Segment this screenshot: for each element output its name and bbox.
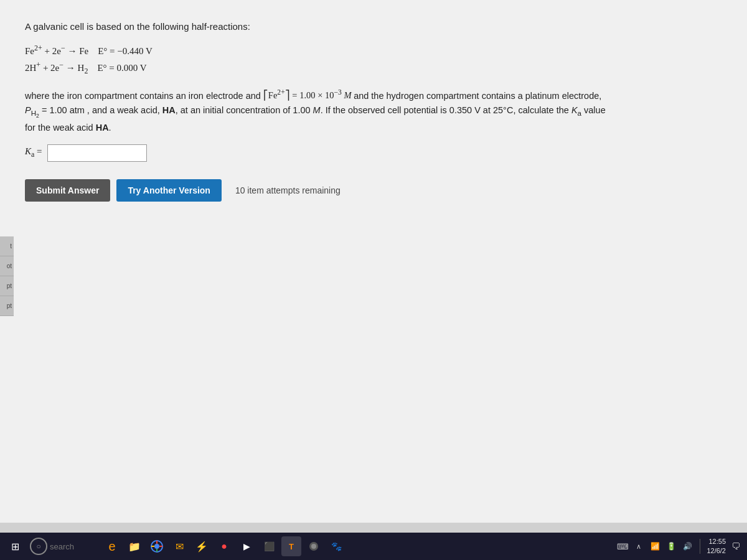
- taskbar-keyboard-icon[interactable]: ⌨: [616, 540, 629, 553]
- taskbar-network-icon[interactable]: 📶: [649, 540, 661, 553]
- left-tabs: t ot pt pt: [0, 236, 14, 316]
- left-tab-pt2: pt: [0, 296, 14, 316]
- problem-intro: A galvanic cell is based on the followin…: [25, 19, 722, 35]
- taskbar-right: ⌨ ∧ 📶 🔋 🔊 12:55 12/6/2 🗨: [616, 537, 742, 556]
- taskbar-icon-4[interactable]: ⬛: [259, 536, 279, 556]
- taskbar-icon-7[interactable]: 🐾: [326, 536, 346, 556]
- taskbar-edge-icon[interactable]: e: [102, 536, 122, 556]
- taskbar-files-icon[interactable]: 📁: [125, 536, 144, 556]
- reactions-block: Fe2+ + 2e− → Fe E° = −0.440 V 2H+ + 2e− …: [25, 44, 722, 76]
- taskbar-notification-icon[interactable]: 🗨: [730, 540, 742, 553]
- try-another-version-button[interactable]: Try Another Version: [116, 179, 222, 202]
- taskbar-icon-6[interactable]: [304, 536, 324, 556]
- ka-input[interactable]: [47, 144, 147, 162]
- left-tab-pt1: pt: [0, 276, 14, 296]
- taskbar-volume-icon[interactable]: 🔊: [681, 540, 693, 553]
- left-tab-t: t: [0, 236, 14, 256]
- description-block: where the iron compartment contains an i…: [25, 87, 722, 136]
- reaction1: Fe2+ + 2e− → Fe E° = −0.440 V: [25, 44, 722, 57]
- submit-answer-button[interactable]: Submit Answer: [25, 179, 110, 202]
- taskbar-divider: [700, 539, 700, 554]
- ph2-line: PH2 = 1.00 atm , and a weak acid, HA, at…: [25, 105, 606, 115]
- taskbar-icon-3[interactable]: ▶: [237, 536, 256, 556]
- taskbar-date-display: 12/6/2: [707, 546, 726, 556]
- fe-concentration: ⎡Fe2+⎤ = 1.00 × 10−3 M: [263, 90, 354, 100]
- taskbar-battery-icon[interactable]: 🔋: [665, 540, 677, 553]
- taskbar: ⊞ ○ e 📁 ✉ ⚡ ● ▶ ⬛ T 🐾 ⌨ ∧: [0, 533, 747, 560]
- attempts-remaining-text: 10 item attempts remaining: [235, 185, 341, 195]
- ka-label: Ka =: [25, 146, 42, 159]
- taskbar-icon-2[interactable]: ●: [214, 536, 234, 556]
- svg-point-1: [154, 544, 159, 549]
- ka-row: Ka =: [25, 144, 722, 162]
- taskbar-hidden-icons-button[interactable]: ∧: [632, 540, 645, 553]
- description-part1: where the iron compartment contains an i…: [25, 90, 263, 100]
- taskbar-time-display: 12:55: [707, 537, 726, 546]
- reaction2: 2H+ + 2e− → H2 E° = 0.000 V: [25, 60, 722, 76]
- main-content: A galvanic cell is based on the followin…: [0, 0, 747, 523]
- taskbar-icon-5[interactable]: T: [281, 536, 301, 556]
- button-row: Submit Answer Try Another Version 10 ite…: [25, 179, 722, 202]
- taskbar-search-input[interactable]: [50, 542, 100, 551]
- taskbar-clock[interactable]: 12:55 12/6/2: [707, 537, 726, 556]
- svg-point-3: [311, 544, 316, 549]
- taskbar-icon-1[interactable]: ⚡: [192, 536, 212, 556]
- description-part3: for the weak acid HA.: [25, 123, 111, 133]
- taskbar-search-circle[interactable]: ○: [30, 538, 47, 555]
- left-tab-ot: ot: [0, 256, 14, 276]
- windows-start-button[interactable]: ⊞: [5, 536, 25, 556]
- taskbar-chrome-icon[interactable]: [147, 536, 167, 556]
- taskbar-mail-icon[interactable]: ✉: [169, 536, 189, 556]
- description-part2: and the hydrogen compartment contains a …: [354, 90, 601, 100]
